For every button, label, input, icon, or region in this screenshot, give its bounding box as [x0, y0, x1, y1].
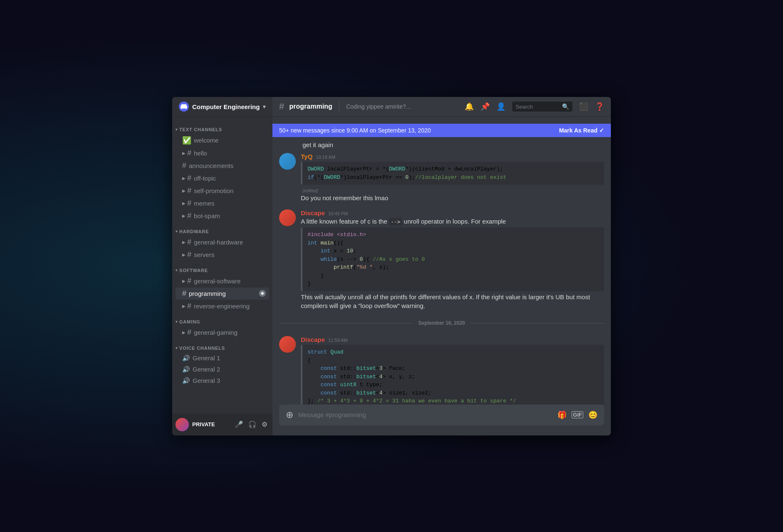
message-header: TyQ 10:19 AM: [301, 153, 604, 160]
channel-hello[interactable]: ▶ # hello: [175, 147, 269, 159]
hash-icon: #: [187, 211, 191, 220]
date-label: September 16, 2020: [418, 320, 465, 326]
channel-self-promotion[interactable]: ▶ # self-promotion: [175, 185, 269, 197]
code-block: struct Quad { const std::bitset<3> face;…: [301, 345, 604, 404]
category-software[interactable]: ▾ SOFTWARE: [172, 261, 272, 275]
message-username: Discape: [301, 336, 325, 343]
search-input[interactable]: [516, 104, 562, 110]
message-text: This will actually unroll all of the pri…: [301, 293, 604, 310]
channel-general-gaming[interactable]: ▶ # general-gaming: [175, 326, 269, 339]
message-text: A little known feature of c is the --> u…: [301, 217, 604, 226]
message-content: Discape 11:59 AM struct Quad { const std…: [301, 336, 604, 404]
main-content: # programming Coding yippee amirite?... …: [272, 97, 611, 435]
hash-icon: #: [187, 250, 191, 259]
collapse-icon: ▾: [175, 229, 178, 234]
channel-general-software[interactable]: ▶ # general-software: [175, 275, 269, 287]
attach-button[interactable]: ⊕: [286, 405, 293, 425]
checkmark-icon: ✓: [599, 127, 604, 134]
search-box[interactable]: 🔍: [512, 102, 572, 112]
user-controls: 🎤 🎧 ⚙: [233, 419, 269, 430]
collapse-icon: ▾: [175, 346, 178, 350]
chevron-icon: ▶: [182, 279, 186, 283]
hash-icon: #: [187, 186, 191, 195]
message-text: get it again: [303, 141, 333, 148]
hash-icon: #: [187, 174, 191, 183]
category-label: SOFTWARE: [179, 268, 208, 273]
hash-icon: #: [187, 238, 191, 247]
emoji-icon[interactable]: 😊: [588, 410, 597, 420]
channel-memes[interactable]: ▶ # memes: [175, 197, 269, 209]
chevron-icon: ▶: [182, 151, 186, 155]
channel-off-topic[interactable]: ▶ # off-topic: [175, 172, 269, 184]
hash-icon: #: [187, 149, 191, 158]
code-block: DWORD localPlayerPtr = *(DWORD*)(clientM…: [301, 162, 604, 185]
channel-reverse-engineering[interactable]: ▶ # reverse-engineering: [175, 300, 269, 312]
avatar: [279, 209, 296, 226]
channel-welcome[interactable]: ✅ welcome: [175, 134, 269, 147]
help-icon[interactable]: ❓: [595, 102, 604, 111]
voice-general-3[interactable]: 🔊 General 3: [175, 375, 269, 386]
channel-description: Coding yippee amirite?...: [346, 103, 461, 110]
message-area[interactable]: 50+ new messages since 9:00 AM on Septem…: [272, 117, 611, 405]
settings-button[interactable]: ⚙: [260, 419, 269, 430]
header-icons: 🔔 📌 👤 🔍 ⬛ ❓: [465, 102, 604, 112]
channel-general-hardware[interactable]: ▶ # general-hardware: [175, 236, 269, 248]
channel-hash-icon: #: [279, 101, 284, 112]
category-text-channels[interactable]: ▾ TEXT CHANNELS: [172, 120, 272, 134]
message-row: get it again: [272, 140, 611, 150]
category-label: GAMING: [179, 319, 200, 324]
hash-icon: #: [182, 289, 186, 298]
channel-programming[interactable]: # programming: [175, 288, 269, 300]
message-input-box: ⊕ 🎁 GIF 😊: [279, 405, 604, 425]
message-timestamp: 11:59 AM: [328, 338, 348, 343]
channel-announcements[interactable]: # announcements: [175, 160, 269, 172]
channels-list: ▾ TEXT CHANNELS ✅ welcome ▶ # hello # an…: [172, 117, 272, 414]
chevron-icon: ▶: [182, 188, 186, 193]
deafen-button[interactable]: 🎧: [247, 419, 258, 430]
message-input[interactable]: [298, 406, 552, 423]
chevron-icon: ▶: [182, 214, 186, 218]
inbox-icon[interactable]: ⬛: [579, 102, 588, 111]
message-input-area: ⊕ 🎁 GIF 😊: [272, 405, 611, 435]
avatar: [175, 418, 189, 431]
message-username: Discape: [301, 209, 325, 216]
category-label: HARDWARE: [179, 229, 209, 234]
app-window: Computer Engineering ▾ ▾ TEXT CHANNELS ✅…: [172, 97, 611, 435]
members-icon[interactable]: 👤: [496, 102, 506, 111]
username: PRIVATE: [192, 421, 233, 428]
avatar: [279, 153, 296, 170]
category-voice[interactable]: ▾ VOICE CHANNELS: [172, 339, 272, 352]
server-title: Computer Engineering: [192, 103, 263, 110]
channel-header-name: programming: [289, 103, 332, 110]
chevron-down-icon: ▾: [263, 103, 266, 110]
message-timestamp: 10:45 PM: [328, 211, 348, 216]
gif-icon[interactable]: GIF: [572, 411, 583, 418]
channel-bot-spam[interactable]: ▶ # bot-spam: [175, 210, 269, 222]
edited-label: (edited): [301, 186, 604, 194]
channel-servers[interactable]: ▶ # servers: [175, 249, 269, 261]
mark-as-read-button[interactable]: Mark As Read ✓: [559, 127, 604, 134]
chevron-icon: ▶: [182, 201, 186, 206]
message-content: TyQ 10:19 AM DWORD localPlayerPtr = *(DW…: [301, 153, 604, 203]
hash-icon: #: [187, 277, 191, 285]
server-header[interactable]: Computer Engineering ▾: [172, 97, 272, 117]
collapse-icon: ▾: [175, 127, 178, 132]
speaker-icon: 🔊: [182, 377, 190, 384]
message-header: Discape 11:59 AM: [301, 336, 604, 343]
user-info: PRIVATE: [192, 421, 233, 428]
date-divider: September 16, 2020: [272, 313, 611, 333]
pin-icon[interactable]: 📌: [480, 102, 490, 111]
bell-icon[interactable]: 🔔: [465, 102, 474, 111]
voice-general-2[interactable]: 🔊 General 2: [175, 364, 269, 375]
category-hardware[interactable]: ▾ HARDWARE: [172, 222, 272, 236]
new-messages-banner: 50+ new messages since 9:00 AM on Septem…: [272, 124, 611, 137]
collapse-icon: ▾: [175, 319, 178, 324]
gift-icon[interactable]: 🎁: [557, 410, 567, 420]
voice-general-1[interactable]: 🔊 General 1: [175, 353, 269, 364]
channel-header: # programming Coding yippee amirite?... …: [272, 97, 611, 117]
message-timestamp: 10:19 AM: [316, 155, 335, 160]
avatar: [279, 336, 296, 353]
chevron-icon: ▶: [182, 330, 186, 335]
mute-button[interactable]: 🎤: [233, 419, 245, 430]
category-gaming[interactable]: ▾ GAMING: [172, 313, 272, 326]
